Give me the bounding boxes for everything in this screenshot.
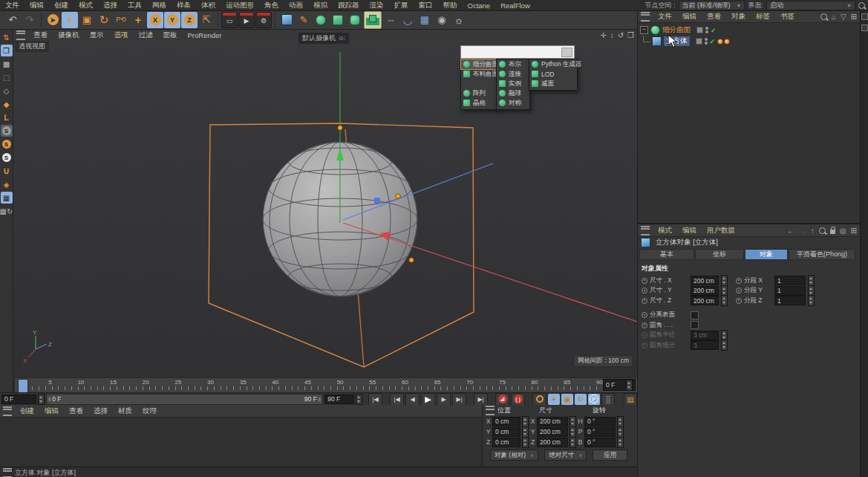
menu-render[interactable]: 渲染 [365,1,389,10]
visibility-dots-icon[interactable] [705,38,708,45]
end-frame-input[interactable]: 90 F [324,395,354,404]
field-menu-button[interactable] [347,12,363,28]
fillet-checkbox[interactable] [691,321,699,329]
menu-item-lod[interactable]: LOD [529,69,577,79]
hamburger-icon[interactable] [641,12,650,22]
vp-menu-prorender[interactable]: ProRender [183,31,227,39]
model-mode-button[interactable]: ❒ [1,45,13,56]
mat-menu-edit[interactable]: 编辑 [39,406,64,416]
current-frame-stepper[interactable] [38,394,45,405]
menu-window[interactable]: 窗口 [414,1,438,10]
floor-menu-button[interactable]: ▦ [417,12,433,28]
enabled-check-icon[interactable]: ✓ [711,27,717,34]
vp-menu-display[interactable]: 显示 [85,30,109,40]
size-x-input[interactable]: 200 cm [537,417,568,426]
end-frame-stepper[interactable] [356,394,362,405]
stepper-icon[interactable] [617,426,624,438]
up-arrow-icon[interactable]: ↑ [811,227,815,235]
stepper-icon[interactable] [570,416,576,427]
previous-key-button[interactable]: |◀ [390,393,404,406]
rot-b-input[interactable]: 0 ° [584,438,616,447]
edit-toggle-icon[interactable] [696,38,702,45]
zoom-view-icon[interactable]: ↕ [610,31,614,39]
popup-search-clear-icon[interactable] [561,48,572,57]
menu-item-instance[interactable]: 实例 [497,79,529,88]
timeline-ruler[interactable]: 051015202530354045505560657075808590 0 F [15,377,637,392]
menu-file[interactable]: 文件 [0,1,25,10]
apply-button[interactable]: 应用 [593,450,627,461]
om-menu-object[interactable]: 对象 [726,12,751,22]
menu-spline[interactable]: 样条 [172,1,196,10]
move-tool-button[interactable]: + [62,12,78,28]
range-grip-icon[interactable]: ‖ [317,396,322,403]
timeline-playhead[interactable] [18,379,28,393]
z-axis-handle[interactable] [374,198,380,204]
timeline-layout-button[interactable]: ▤ [624,393,637,406]
transform-mode-dropdown[interactable]: 对象 (相对)∨ [490,450,538,461]
menu-edit[interactable]: 编辑 [25,1,49,10]
deformer-menu-button[interactable]: ⇔ [382,12,399,28]
tab-basic[interactable]: 基本 [639,249,694,260]
live-selection-button[interactable]: ➤ [45,12,61,28]
pos-z-input[interactable]: 0 cm [492,438,521,447]
go-to-start-button[interactable]: |◀ [368,393,382,406]
param-dot-icon[interactable] [736,288,742,293]
point-mode-button[interactable]: ⬚ [1,71,13,83]
om-menu-file[interactable]: 文件 [653,12,677,22]
stepper-icon[interactable] [808,295,815,306]
camera-menu-button[interactable]: ◉ [434,12,450,28]
hamburger-icon[interactable] [3,406,12,416]
menu-character[interactable]: 角色 [259,1,284,10]
menu-animate[interactable]: 动画 [284,1,308,10]
menu-item-python-generator[interactable]: Python 生成器 [529,59,577,69]
stepper-icon[interactable] [522,416,529,427]
menu-item-lattice[interactable]: 晶格 [461,98,497,108]
stepper-icon[interactable] [522,437,529,448]
pos-y-input[interactable]: 0 cm [492,427,521,437]
menu-mesh[interactable]: 网格 [147,1,172,10]
menu-volume[interactable]: 体积 [196,1,221,10]
menu-create[interactable]: 创建 [49,1,74,10]
go-to-end-button[interactable]: ▶| [474,393,488,406]
am-menu-edit[interactable]: 编辑 [677,226,702,236]
redo-button[interactable]: ↷ [22,12,38,28]
vp-menu-view[interactable]: 查看 [28,30,53,40]
size-y-input[interactable]: 200 cm [537,427,568,437]
render-animation-button[interactable]: ▶ [238,12,255,28]
segments-x-input[interactable]: 1 [774,276,806,285]
next-frame-button[interactable]: ▶ [437,393,451,406]
om-menu-view[interactable]: 查看 [702,12,726,22]
node-space-dropdown[interactable]: 当前 (标准/物理)▼ [679,1,745,10]
menu-item-array[interactable]: 阵列 [461,88,497,98]
autokey-button[interactable]: ( ) [511,393,525,406]
menu-item-connect[interactable]: 连接 [497,69,529,79]
mat-menu-select[interactable]: 选择 [88,406,113,416]
stepper-icon[interactable] [570,426,576,438]
edit-toggle-icon[interactable] [696,27,703,33]
size-z-input[interactable]: 200 cm [691,296,719,305]
menu-item-symmetry[interactable]: 对称 [497,98,529,108]
range-grip-icon[interactable]: ‖ [47,396,52,403]
scale-tool-button[interactable]: ▣ [79,12,95,28]
render-view-button[interactable]: ▭ [221,12,238,28]
lock-icon[interactable] [830,230,835,234]
menu-item-boolean[interactable]: 布尔 [497,59,529,69]
tag-dot-icon[interactable] [717,39,723,45]
last-tool-psr-button[interactable]: P⟲ [113,12,129,28]
separate-surfaces-checkbox[interactable] [691,311,699,319]
size-mode-dropdown[interactable]: 绝对尺寸∨ [544,450,587,461]
spline-pen-menu-button[interactable]: ✎ [296,12,312,28]
current-frame-input[interactable]: 0 F [1,395,36,404]
vp-menu-filter[interactable]: 过滤 [134,30,158,40]
param-dot-icon[interactable] [642,312,647,318]
workplane-rotate-button[interactable]: ▦↻ [1,205,13,217]
hamburger-icon[interactable] [16,30,25,40]
record-scale-toggle[interactable]: ▣ [561,394,573,405]
tag-dot-icon[interactable] [724,39,730,45]
mat-menu-texture[interactable]: 纹理 [137,406,162,416]
play-button[interactable]: ▶ [421,393,435,406]
vp-menu-camera[interactable]: 摄像机 [53,30,85,40]
target-icon[interactable]: ◎ [840,227,846,235]
hamburger-icon[interactable] [3,468,12,477]
menu-tracker[interactable]: 跟踪器 [333,1,365,10]
